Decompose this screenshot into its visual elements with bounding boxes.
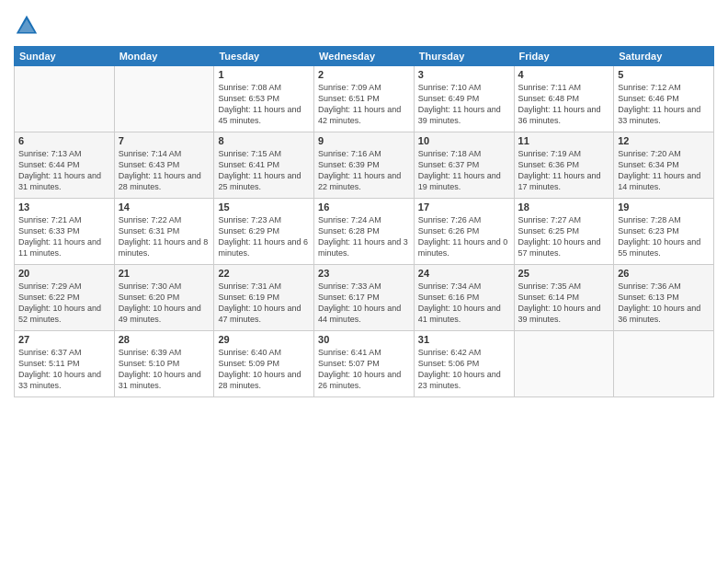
calendar-cell: 25Sunrise: 7:35 AM Sunset: 6:14 PM Dayli… xyxy=(514,265,614,331)
calendar-cell: 3Sunrise: 7:10 AM Sunset: 6:49 PM Daylig… xyxy=(414,66,514,132)
day-info: Sunrise: 7:22 AM Sunset: 6:31 PM Dayligh… xyxy=(119,214,210,259)
day-number: 11 xyxy=(518,135,610,146)
calendar-week-row: 13Sunrise: 7:21 AM Sunset: 6:33 PM Dayli… xyxy=(15,199,714,265)
calendar-header-wednesday: Wednesday xyxy=(314,47,415,66)
day-info: Sunrise: 7:16 AM Sunset: 6:39 PM Dayligh… xyxy=(318,148,410,193)
day-info: Sunrise: 7:14 AM Sunset: 6:43 PM Dayligh… xyxy=(119,148,210,193)
calendar-cell xyxy=(614,331,714,397)
page: SundayMondayTuesdayWednesdayThursdayFrid… xyxy=(0,0,728,563)
day-info: Sunrise: 7:30 AM Sunset: 6:20 PM Dayligh… xyxy=(119,281,210,326)
calendar-cell xyxy=(114,66,214,132)
day-number: 12 xyxy=(618,135,710,146)
day-info: Sunrise: 7:10 AM Sunset: 6:49 PM Dayligh… xyxy=(418,82,510,127)
day-number: 25 xyxy=(518,268,610,279)
day-number: 5 xyxy=(618,69,710,80)
calendar-table: SundayMondayTuesdayWednesdayThursdayFrid… xyxy=(14,46,714,397)
calendar-cell: 17Sunrise: 7:26 AM Sunset: 6:26 PM Dayli… xyxy=(414,199,514,265)
day-info: Sunrise: 7:24 AM Sunset: 6:28 PM Dayligh… xyxy=(318,214,410,259)
calendar-cell: 16Sunrise: 7:24 AM Sunset: 6:28 PM Dayli… xyxy=(314,199,415,265)
day-number: 30 xyxy=(318,334,410,345)
calendar-cell: 31Sunrise: 6:42 AM Sunset: 5:06 PM Dayli… xyxy=(414,331,514,397)
day-number: 18 xyxy=(518,201,610,213)
calendar-cell: 7Sunrise: 7:14 AM Sunset: 6:43 PM Daylig… xyxy=(114,132,214,199)
day-info: Sunrise: 7:18 AM Sunset: 6:37 PM Dayligh… xyxy=(418,148,510,193)
calendar-cell: 6Sunrise: 7:13 AM Sunset: 6:44 PM Daylig… xyxy=(15,132,115,199)
calendar-header-monday: Monday xyxy=(114,47,214,66)
day-info: Sunrise: 6:39 AM Sunset: 5:10 PM Dayligh… xyxy=(119,347,210,392)
day-info: Sunrise: 6:42 AM Sunset: 5:06 PM Dayligh… xyxy=(418,347,510,392)
calendar-cell: 11Sunrise: 7:19 AM Sunset: 6:36 PM Dayli… xyxy=(514,132,614,199)
day-number: 29 xyxy=(218,334,310,345)
calendar-cell: 2Sunrise: 7:09 AM Sunset: 6:51 PM Daylig… xyxy=(314,66,415,132)
day-number: 31 xyxy=(418,334,510,345)
calendar-header-saturday: Saturday xyxy=(614,47,714,66)
day-info: Sunrise: 6:40 AM Sunset: 5:09 PM Dayligh… xyxy=(218,347,310,392)
logo-icon xyxy=(14,13,40,39)
day-info: Sunrise: 7:34 AM Sunset: 6:16 PM Dayligh… xyxy=(418,281,510,326)
day-info: Sunrise: 7:33 AM Sunset: 6:17 PM Dayligh… xyxy=(318,281,410,326)
day-info: Sunrise: 6:41 AM Sunset: 5:07 PM Dayligh… xyxy=(318,347,410,392)
day-info: Sunrise: 7:12 AM Sunset: 6:46 PM Dayligh… xyxy=(618,82,710,127)
day-number: 10 xyxy=(418,135,510,146)
day-info: Sunrise: 7:08 AM Sunset: 6:53 PM Dayligh… xyxy=(218,82,310,127)
calendar-cell xyxy=(514,331,614,397)
calendar-cell: 15Sunrise: 7:23 AM Sunset: 6:29 PM Dayli… xyxy=(214,199,314,265)
calendar-header-tuesday: Tuesday xyxy=(214,47,314,66)
calendar-cell: 22Sunrise: 7:31 AM Sunset: 6:19 PM Dayli… xyxy=(214,265,314,331)
calendar-cell: 20Sunrise: 7:29 AM Sunset: 6:22 PM Dayli… xyxy=(15,265,115,331)
calendar-week-row: 20Sunrise: 7:29 AM Sunset: 6:22 PM Dayli… xyxy=(15,265,714,331)
calendar-cell: 26Sunrise: 7:36 AM Sunset: 6:13 PM Dayli… xyxy=(614,265,714,331)
day-number: 2 xyxy=(318,69,410,80)
calendar-cell: 8Sunrise: 7:15 AM Sunset: 6:41 PM Daylig… xyxy=(214,132,314,199)
calendar-cell: 5Sunrise: 7:12 AM Sunset: 6:46 PM Daylig… xyxy=(614,66,714,132)
calendar-cell: 23Sunrise: 7:33 AM Sunset: 6:17 PM Dayli… xyxy=(314,265,415,331)
day-number: 8 xyxy=(218,135,310,146)
day-number: 16 xyxy=(318,201,410,213)
calendar-week-row: 6Sunrise: 7:13 AM Sunset: 6:44 PM Daylig… xyxy=(15,132,714,199)
calendar-cell: 21Sunrise: 7:30 AM Sunset: 6:20 PM Dayli… xyxy=(114,265,214,331)
calendar-cell: 19Sunrise: 7:28 AM Sunset: 6:23 PM Dayli… xyxy=(614,199,714,265)
day-number: 23 xyxy=(318,268,410,279)
day-info: Sunrise: 7:27 AM Sunset: 6:25 PM Dayligh… xyxy=(518,214,610,259)
day-number: 28 xyxy=(119,334,210,345)
day-info: Sunrise: 7:36 AM Sunset: 6:13 PM Dayligh… xyxy=(618,281,710,326)
day-number: 22 xyxy=(218,268,310,279)
header xyxy=(14,9,714,39)
calendar-header-row: SundayMondayTuesdayWednesdayThursdayFrid… xyxy=(15,47,714,66)
day-info: Sunrise: 7:19 AM Sunset: 6:36 PM Dayligh… xyxy=(518,148,610,193)
calendar-cell: 10Sunrise: 7:18 AM Sunset: 6:37 PM Dayli… xyxy=(414,132,514,199)
day-info: Sunrise: 7:23 AM Sunset: 6:29 PM Dayligh… xyxy=(218,214,310,259)
day-number: 1 xyxy=(218,69,310,80)
day-number: 20 xyxy=(18,268,110,279)
day-info: Sunrise: 7:31 AM Sunset: 6:19 PM Dayligh… xyxy=(218,281,310,326)
day-info: Sunrise: 7:26 AM Sunset: 6:26 PM Dayligh… xyxy=(418,214,510,259)
calendar-header-friday: Friday xyxy=(514,47,614,66)
calendar-header-sunday: Sunday xyxy=(15,47,115,66)
day-info: Sunrise: 7:15 AM Sunset: 6:41 PM Dayligh… xyxy=(218,148,310,193)
day-info: Sunrise: 7:11 AM Sunset: 6:48 PM Dayligh… xyxy=(518,82,610,127)
day-info: Sunrise: 7:09 AM Sunset: 6:51 PM Dayligh… xyxy=(318,82,410,127)
day-number: 9 xyxy=(318,135,410,146)
day-number: 26 xyxy=(618,268,710,279)
day-info: Sunrise: 7:20 AM Sunset: 6:34 PM Dayligh… xyxy=(618,148,710,193)
day-number: 4 xyxy=(518,69,610,80)
calendar-cell: 14Sunrise: 7:22 AM Sunset: 6:31 PM Dayli… xyxy=(114,199,214,265)
day-info: Sunrise: 6:37 AM Sunset: 5:11 PM Dayligh… xyxy=(18,347,110,392)
logo xyxy=(14,13,41,39)
calendar-cell: 4Sunrise: 7:11 AM Sunset: 6:48 PM Daylig… xyxy=(514,66,614,132)
calendar-header-thursday: Thursday xyxy=(414,47,514,66)
calendar-cell: 9Sunrise: 7:16 AM Sunset: 6:39 PM Daylig… xyxy=(314,132,415,199)
day-info: Sunrise: 7:35 AM Sunset: 6:14 PM Dayligh… xyxy=(518,281,610,326)
day-number: 15 xyxy=(218,201,310,213)
day-number: 19 xyxy=(618,201,710,213)
day-info: Sunrise: 7:13 AM Sunset: 6:44 PM Dayligh… xyxy=(18,148,110,193)
calendar-cell: 12Sunrise: 7:20 AM Sunset: 6:34 PM Dayli… xyxy=(614,132,714,199)
day-number: 13 xyxy=(18,201,110,213)
calendar-cell: 29Sunrise: 6:40 AM Sunset: 5:09 PM Dayli… xyxy=(214,331,314,397)
calendar-cell xyxy=(15,66,115,132)
day-number: 14 xyxy=(119,201,210,213)
day-number: 27 xyxy=(18,334,110,345)
calendar-cell: 28Sunrise: 6:39 AM Sunset: 5:10 PM Dayli… xyxy=(114,331,214,397)
day-info: Sunrise: 7:29 AM Sunset: 6:22 PM Dayligh… xyxy=(18,281,110,326)
calendar-week-row: 27Sunrise: 6:37 AM Sunset: 5:11 PM Dayli… xyxy=(15,331,714,397)
